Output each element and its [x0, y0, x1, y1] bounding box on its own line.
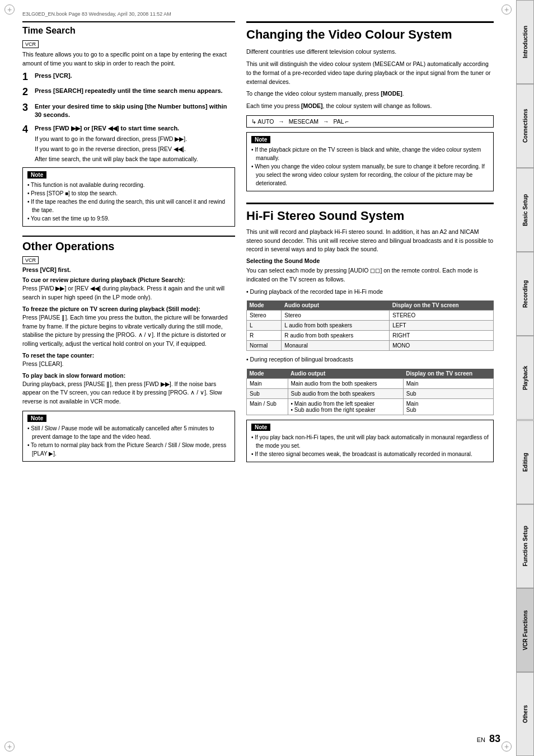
step-3-content: Enter your desired time to skip using [t… — [35, 102, 235, 120]
sidebar-tab-recording[interactable]: Recording — [516, 252, 534, 336]
video-colour-title: Changing the Video Colour System — [246, 21, 494, 42]
table1-label: • During playback of the recorded tape i… — [246, 288, 494, 297]
video-colour-note-1: If the playback picture on the TV screen… — [251, 145, 489, 162]
table2-cell-1-2: Sub — [403, 389, 493, 399]
step-4-content: Press [FWD ▶▶] or [REV ◀◀] to start time… — [35, 124, 235, 163]
table1-cell-0-2: STEREO — [390, 311, 494, 321]
other-ops-title: Other Operations — [22, 236, 235, 253]
vcr-icon-other-ops: VCR — [22, 256, 39, 264]
video-colour-intro4: Each time you press [MODE], the colour s… — [246, 102, 494, 111]
table2-cell-2-0: Main / Sub — [247, 399, 288, 415]
hifi-title: Hi-Fi Stereo Sound System — [246, 203, 494, 223]
sidebar-tab-others[interactable]: Others — [516, 672, 534, 756]
table1-cell-2-1: R audio from both speakers — [282, 331, 390, 341]
note-item-3: If the tape reaches the end during the s… — [27, 198, 230, 214]
table2-header-display: Display on the TV screen — [403, 369, 493, 379]
note-item-4: You can set the time up to 9:59. — [27, 214, 230, 223]
note-item-1: This function is not available during re… — [27, 181, 230, 189]
table2-cell-2-1: • Main audio from the left speaker• Sub … — [288, 399, 403, 415]
table1-header-display: Display on the TV screen — [390, 300, 494, 311]
arrow-pal: PAL ⌐ — [333, 118, 349, 125]
arrow-mesecam: MESECAM — [289, 118, 318, 125]
note-item-2: Press [STOP ■] to stop the search. — [27, 189, 230, 198]
table2-label: • During reception of bilingual broadcas… — [246, 355, 494, 364]
arrow-diagram: ↳ AUTO → MESECAM → PAL ⌐ — [246, 115, 494, 128]
table1-cell-3-2: MONO — [390, 341, 494, 351]
table1-row-0: StereoStereoSTEREO — [247, 311, 494, 321]
table1-cell-3-1: Monaural — [282, 341, 390, 351]
hifi-note-2: If the stereo signal becomes weak, the b… — [251, 450, 489, 458]
vcr-icon-time-search: VCR — [22, 40, 39, 48]
selecting-sound-mode-text: You can select each mode by pressing [AU… — [246, 266, 494, 284]
time-search-section: Time Search VCR This feature allows you … — [22, 21, 235, 227]
sidebar-tab-playback[interactable]: Playback — [516, 336, 534, 420]
video-colour-note: Note If the playback picture on the TV s… — [246, 132, 494, 191]
sidebar-tab-introduction[interactable]: Introduction — [516, 0, 534, 84]
table2-row-2: Main / Sub• Main audio from the left spe… — [247, 399, 494, 415]
time-search-intro: This feature allows you to go to a speci… — [22, 50, 235, 68]
table2-cell-1-0: Sub — [247, 389, 288, 399]
table1-cell-1-0: L — [247, 321, 282, 331]
page-label: EN — [477, 736, 485, 743]
table2-row-0: MainMain audio from the both speakersMai… — [247, 379, 494, 389]
time-search-note: Note This function is not available duri… — [22, 167, 235, 227]
other-ops-note-2: To return to normal play back from the P… — [27, 441, 230, 458]
step-3: 3 Enter your desired time to skip using … — [22, 102, 235, 120]
left-column: Time Search VCR This feature allows you … — [22, 21, 235, 467]
step-2-content: Press [SEARCH] repeatedly until the time… — [35, 87, 235, 95]
table1-header-audio: Audio output — [282, 300, 390, 311]
op-picture-search: To cue or review picture during playback… — [22, 276, 235, 302]
table1-row-1: LL audio from both speakersLEFT — [247, 321, 494, 331]
table1-cell-0-0: Stereo — [247, 311, 282, 321]
sidebar-tab-basic-setup[interactable]: Basic Setup — [516, 168, 534, 252]
table1-row-2: RR audio from both speakersRIGHT — [247, 331, 494, 341]
sidebar-tab-vcr-functions[interactable]: VCR Functions — [516, 588, 534, 672]
table1: Mode Audio output Display on the TV scre… — [246, 300, 494, 351]
table1-cell-0-1: Stereo — [282, 311, 390, 321]
arrow-auto: ↳ AUTO — [251, 118, 274, 125]
table2-cell-1-1: Sub audio from the both speakers — [288, 389, 403, 399]
video-colour-note-2: When you change the video colour system … — [251, 162, 489, 187]
hifi-section: Hi-Fi Stereo Sound System This unit will… — [246, 203, 494, 462]
hifi-intro: This unit will record and playback Hi-Fi… — [246, 228, 494, 254]
table2-header-audio: Audio output — [288, 369, 403, 379]
page-footer: EN 83 — [477, 733, 500, 745]
table2-header-mode: Mode — [247, 369, 288, 379]
table2-cell-0-2: Main — [403, 379, 493, 389]
sidebar-tab-editing[interactable]: Editing — [516, 420, 534, 504]
step-4-sub: If you want to go in the forward directi… — [35, 135, 235, 163]
op-still-mode: To freeze the picture on TV screen durin… — [22, 306, 235, 349]
right-column: Changing the Video Colour System Differe… — [246, 21, 494, 467]
table2-cell-2-2: MainSub — [403, 399, 493, 415]
table1-cell-1-2: LEFT — [390, 321, 494, 331]
changing-video-colour-section: Changing the Video Colour System Differe… — [246, 21, 494, 191]
video-colour-intro3: To change the video colour system manual… — [246, 90, 494, 98]
op-reset-counter: To reset the tape counter: Press [CLEAR]… — [22, 352, 235, 369]
step-2: 2 Press [SEARCH] repeatedly until the ti… — [22, 87, 235, 98]
arrow-1: → — [278, 118, 284, 125]
table1-cell-1-1: L audio from both speakers — [282, 321, 390, 331]
page-number: 83 — [489, 733, 500, 744]
table2-row-1: SubSub audio from the both speakersSub — [247, 389, 494, 399]
other-ops-note: Note Still / Slow / Pause mode will be a… — [22, 411, 235, 462]
sidebar-tab-function-setup[interactable]: Function Setup — [516, 504, 534, 588]
table2: Mode Audio output Display on the TV scre… — [246, 369, 494, 415]
other-ops-note-1: Still / Slow / Pause mode will be automa… — [27, 424, 230, 441]
arrow-2: → — [323, 118, 329, 125]
table2-cell-0-1: Main audio from the both speakers — [288, 379, 403, 389]
other-operations-section: Other Operations VCR Press [VCR] first. … — [22, 236, 235, 462]
table1-cell-3-0: Normal — [247, 341, 282, 351]
table1-cell-2-0: R — [247, 331, 282, 341]
time-search-title: Time Search — [22, 21, 235, 36]
video-colour-intro2: This unit will distinguish the video col… — [246, 60, 494, 86]
selecting-sound-mode-label: Selecting the Sound Mode — [246, 257, 494, 264]
file-info: E3LG0ED_EN.book Page 83 Wednesday, April… — [22, 11, 171, 17]
table2-cell-0-0: Main — [247, 379, 288, 389]
step-4: 4 Press [FWD ▶▶] or [REV ◀◀] to start ti… — [22, 124, 235, 163]
sidebar-tab-connections[interactable]: Connections — [516, 84, 534, 168]
hifi-note-1: If you play back non-Hi-Fi tapes, the un… — [251, 433, 489, 450]
step-1-content: Press [VCR]. — [35, 72, 235, 80]
table1-row-3: NormalMonauralMONO — [247, 341, 494, 351]
hifi-note: Note If you play back non-Hi-Fi tapes, t… — [246, 420, 494, 462]
step-1: 1 Press [VCR]. — [22, 72, 235, 83]
